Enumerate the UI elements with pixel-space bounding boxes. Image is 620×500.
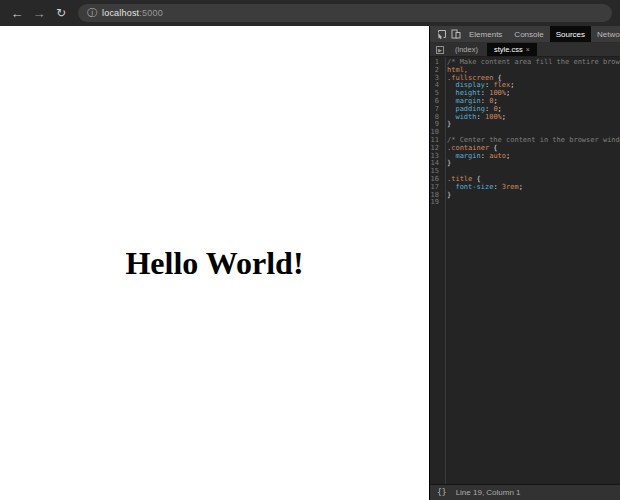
tab-sources[interactable]: Sources (550, 26, 591, 42)
pretty-print-icon[interactable]: {} (437, 488, 447, 497)
code-text: width: 100%; (442, 114, 506, 122)
code-lines: 1/* Make content area fill the entire br… (430, 59, 620, 207)
code-text: } (442, 192, 451, 200)
file-tab-label: style.css (494, 45, 523, 54)
code-text: /* Make content area fill the entire bro… (442, 59, 620, 67)
code-text: } (442, 160, 451, 168)
devtools-panel: Elements Console Sources Network ▶ (inde… (429, 26, 620, 500)
tab-elements[interactable]: Elements (463, 26, 508, 42)
reload-icon[interactable]: ↻ (52, 4, 70, 22)
forward-icon[interactable]: → (30, 4, 48, 22)
code-line: 9} (430, 121, 620, 129)
back-icon[interactable]: ← (8, 4, 26, 22)
code-text: margin: auto; (442, 153, 510, 161)
device-toolbar-icon[interactable] (449, 26, 463, 42)
code-text (442, 199, 447, 207)
url-host: localhost (102, 8, 139, 18)
browser-window: ← → ↻ ⓘ localhost:5000 Hello World! (0, 0, 620, 500)
info-icon[interactable]: ⓘ (87, 8, 97, 18)
code-line: 8 width: 100%; (430, 114, 620, 122)
code-text: } (442, 121, 451, 129)
page-viewport: Hello World! (0, 26, 429, 500)
code-line: 13 margin: auto; (430, 153, 620, 161)
show-navigator-icon[interactable]: ▶ (434, 43, 446, 56)
url-port: :5000 (139, 8, 163, 18)
inspect-element-icon[interactable] (435, 26, 449, 42)
editor-status-bar: {} Line 19, Column 1 (430, 484, 620, 500)
code-editor[interactable]: 1/* Make content area fill the entire br… (430, 57, 620, 484)
cursor-position: Line 19, Column 1 (456, 488, 521, 497)
line-number[interactable]: 19 (430, 199, 442, 207)
browser-toolbar: ← → ↻ ⓘ localhost:5000 (0, 0, 620, 26)
file-tab-index[interactable]: (index) (448, 43, 485, 56)
code-line: 14} (430, 160, 620, 168)
file-tab-label: (index) (455, 45, 478, 54)
code-line: 17 font-size: 3rem; (430, 184, 620, 192)
file-tab-style-css[interactable]: style.css × (487, 43, 537, 56)
tab-network[interactable]: Network (591, 26, 620, 42)
url-text: localhost:5000 (102, 8, 163, 18)
code-text: font-size: 3rem; (442, 184, 523, 192)
tab-console[interactable]: Console (508, 26, 549, 42)
code-line: 19 (430, 199, 620, 207)
devtools-tab-bar: Elements Console Sources Network (430, 26, 620, 43)
close-icon[interactable]: × (526, 46, 530, 53)
url-bar[interactable]: ⓘ localhost:5000 (78, 4, 612, 22)
page-title: Hello World! (125, 245, 303, 282)
code-line: 18} (430, 192, 620, 200)
source-file-tab-bar: ▶ (index) style.css × (430, 43, 620, 57)
